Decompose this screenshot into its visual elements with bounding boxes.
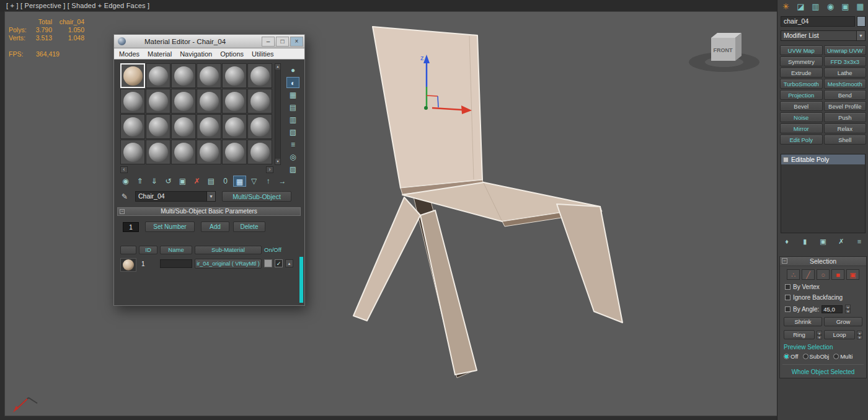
material-sample-slot[interactable] xyxy=(146,63,170,88)
material-sample-slot[interactable] xyxy=(120,114,145,139)
preview-subobj-radio[interactable]: SubObj xyxy=(803,353,830,360)
loop-button[interactable]: Loop xyxy=(824,330,855,339)
put-to-library-icon[interactable]: ▤ xyxy=(205,176,218,187)
material-sample-slot[interactable] xyxy=(171,63,196,88)
material-sample-slot[interactable] xyxy=(197,89,221,114)
menu-options[interactable]: Options xyxy=(220,50,244,58)
material-sample-slot-active[interactable] xyxy=(120,63,145,88)
front-view-gizmo[interactable]: FRONT xyxy=(689,33,760,72)
radio-icon[interactable] xyxy=(803,354,808,359)
object-name-field[interactable]: chair_04 xyxy=(781,16,855,27)
material-sample-slot[interactable] xyxy=(222,114,247,139)
slots-scroll-left[interactable]: ‹ xyxy=(120,166,128,173)
menu-utilities[interactable]: Utilities xyxy=(252,50,273,58)
material-sample-slot[interactable] xyxy=(247,114,272,139)
collapse-icon[interactable]: − xyxy=(120,209,125,214)
modifier-mirror[interactable]: Mirror xyxy=(780,123,823,133)
material-map-navigator-icon[interactable]: ▨ xyxy=(286,164,299,175)
show-map-in-viewport-icon[interactable]: ▦ xyxy=(233,176,246,187)
modifier-push[interactable]: Push xyxy=(824,112,867,122)
preview-multi-radio[interactable]: Multi xyxy=(833,353,852,360)
backlight-icon[interactable]: ◐ xyxy=(286,77,299,88)
make-unique-icon[interactable]: ✗ xyxy=(190,176,203,187)
material-sample-slot[interactable] xyxy=(222,63,247,88)
sort-blank-button[interactable] xyxy=(120,246,136,254)
go-forward-to-sibling-icon[interactable]: → xyxy=(276,176,289,187)
edge-icon[interactable]: ╱ xyxy=(802,269,815,280)
material-count-field[interactable]: 1 xyxy=(123,222,139,232)
material-name-dropdown[interactable]: Chair_04 ▼ xyxy=(135,191,216,202)
modifier-unwrap-uvw[interactable]: Unwrap UVW xyxy=(824,45,867,55)
assign-material-to-selection-icon[interactable]: ⇓ xyxy=(148,176,161,187)
modifier-ffd-3x3x3[interactable]: FFD 3x3x3 xyxy=(824,56,867,66)
sort-by-submaterial-button[interactable]: Sub-Material xyxy=(195,246,262,254)
selection-rollout-header[interactable]: − Selection xyxy=(780,257,866,266)
modifier-uvw-map[interactable]: UVW Map xyxy=(780,45,823,55)
menu-material[interactable]: Material xyxy=(148,50,172,58)
grow-button[interactable]: Grow xyxy=(824,317,862,326)
border-icon[interactable]: ○ xyxy=(817,269,830,280)
material-editor-window[interactable]: Material Editor - Chair_04 – □ × Modes M… xyxy=(113,34,305,306)
material-sample-slot[interactable] xyxy=(146,89,170,114)
basic-parameters-rollout-header[interactable]: − Multi/Sub-Object Basic Parameters xyxy=(117,207,301,216)
ring-spinner[interactable]: ▴▾ xyxy=(817,331,822,339)
material-type-button[interactable]: Multi/Sub-Object xyxy=(222,191,291,202)
material-sample-slot[interactable] xyxy=(171,89,196,114)
modifier-meshsmooth[interactable]: MeshSmooth xyxy=(824,79,867,89)
material-sample-slot[interactable] xyxy=(247,140,272,164)
chevron-down-icon[interactable]: ▼ xyxy=(206,192,215,201)
video-color-check-icon[interactable]: ▥ xyxy=(286,114,299,125)
submaterial-button[interactable]: ir_04_original ( VRayMtl ) xyxy=(195,259,262,269)
layers-toolbar-icon[interactable]: ▥ xyxy=(808,1,823,13)
modifier-stack[interactable]: Editable Poly xyxy=(781,154,866,233)
show-end-result-icon[interactable]: ▮ xyxy=(799,236,811,246)
go-to-parent-icon[interactable]: ↑ xyxy=(262,176,275,187)
show-end-result-icon[interactable]: ▽ xyxy=(247,176,260,187)
material-id-channel-icon[interactable]: 0 xyxy=(219,176,232,187)
put-to-scene-icon[interactable]: ⇑ xyxy=(133,176,146,187)
material-sample-slot[interactable] xyxy=(222,140,247,164)
material-sample-slot[interactable] xyxy=(197,114,221,139)
grid-toolbar-icon[interactable]: ▦ xyxy=(853,1,867,13)
delete-button[interactable]: Delete xyxy=(233,221,265,232)
configure-modifier-sets-icon[interactable]: ≡ xyxy=(853,236,866,246)
preview-off-radio[interactable]: Off xyxy=(784,353,799,360)
display-toolbar-icon[interactable]: ▣ xyxy=(838,1,852,13)
object-color-swatch[interactable] xyxy=(857,16,866,27)
reset-map-icon[interactable]: ↺ xyxy=(162,176,175,187)
sort-by-name-button[interactable]: Name xyxy=(160,246,192,254)
material-sample-slot[interactable] xyxy=(146,140,170,164)
spin-up-icon[interactable]: ▴ xyxy=(857,331,862,335)
spin-up-icon[interactable]: ▴ xyxy=(817,331,822,335)
make-preview-icon[interactable]: ▧ xyxy=(286,127,299,138)
viewport-label[interactable]: [ + ] [ Perspective ] [ Shaded + Edged F… xyxy=(6,2,149,9)
submaterial-name-field[interactable] xyxy=(160,259,192,268)
material-sample-slot[interactable] xyxy=(197,63,221,88)
set-number-button[interactable]: Set Number xyxy=(145,221,195,232)
submaterial-thumbnail[interactable] xyxy=(120,258,136,272)
modifier-symmetry[interactable]: Symmetry xyxy=(780,56,823,66)
modifier-edit-poly[interactable]: Edit Poly xyxy=(780,135,823,145)
menu-modes[interactable]: Modes xyxy=(119,50,140,58)
close-button[interactable]: × xyxy=(290,37,303,47)
modifier-bevel[interactable]: Bevel xyxy=(780,101,823,111)
select-by-material-icon[interactable]: ◎ xyxy=(286,151,299,163)
modifier-lathe[interactable]: Lathe xyxy=(824,68,867,78)
pin-stack-icon[interactable]: ♦ xyxy=(781,236,793,246)
chair-model[interactable] xyxy=(353,27,622,378)
material-sample-slot[interactable] xyxy=(247,63,272,88)
modifier-relax[interactable]: Relax xyxy=(824,123,867,133)
remove-modifier-icon[interactable]: ✗ xyxy=(835,236,848,246)
vertical-scrollbar[interactable] xyxy=(299,257,303,303)
spin-up-icon[interactable]: ▴ xyxy=(845,305,851,309)
submaterial-enable-checkbox[interactable]: ✓ xyxy=(275,259,283,267)
collapse-icon[interactable]: − xyxy=(782,258,787,264)
element-icon[interactable]: ▣ xyxy=(846,269,859,280)
material-sample-slot[interactable] xyxy=(171,114,196,139)
stack-item-editable-poly[interactable]: Editable Poly xyxy=(781,154,865,164)
radio-icon[interactable] xyxy=(833,354,839,359)
slots-scroll-right[interactable]: › xyxy=(266,166,273,173)
material-sample-slot[interactable] xyxy=(197,140,221,164)
scene-toolbar-icon[interactable]: ◪ xyxy=(794,1,808,13)
spin-down-icon[interactable]: ▾ xyxy=(817,335,822,339)
